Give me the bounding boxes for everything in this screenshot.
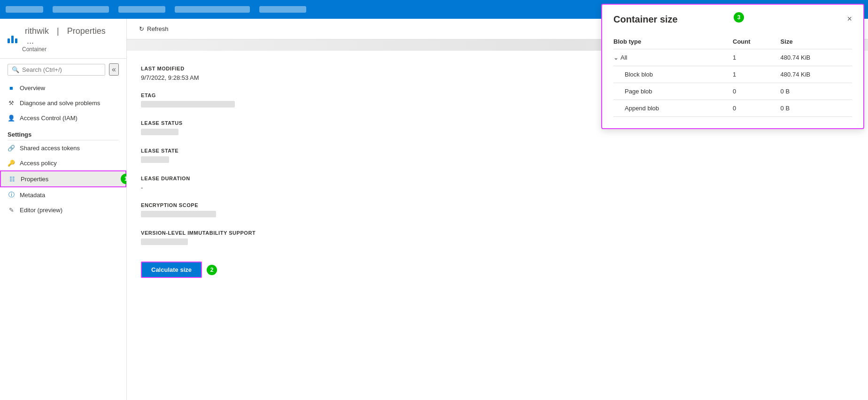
encryption-scope-placeholder — [141, 211, 216, 217]
search-icon: 🔍 — [12, 66, 19, 73]
access-policy-icon: 🔑 — [8, 159, 15, 167]
table-row: Block blob1480.74 KiB — [613, 66, 852, 83]
editor-label: Editor (preview) — [20, 207, 62, 214]
col-header-count: Count — [733, 34, 781, 49]
encryption-scope-value — [141, 211, 854, 219]
overview-label: Overview — [20, 85, 45, 92]
refresh-icon: ↻ — [139, 25, 144, 32]
table-row: Append blob00 B — [613, 100, 852, 117]
panel-close-button[interactable]: × — [847, 14, 852, 24]
lease-status-value — [141, 129, 854, 137]
properties-icon: ☷ — [8, 175, 16, 183]
table-cell-size: 0 B — [781, 100, 852, 117]
overview-icon: ■ — [8, 84, 15, 92]
calculate-size-wrapper: Calculate size 2 — [141, 262, 202, 278]
table-cell-count: 0 — [733, 83, 781, 100]
container-size-panel: Container size 3 × Blob type Count Size … — [601, 4, 864, 129]
lease-status-placeholder — [141, 129, 178, 135]
topbar-placeholder-2 — [53, 6, 109, 13]
sidebar-item-access-policy[interactable]: 🔑 Access policy — [0, 155, 126, 170]
table-row: Page blob00 B — [613, 83, 852, 100]
topbar-placeholder-4 — [175, 6, 250, 13]
refresh-button[interactable]: ↻ Refresh — [136, 23, 171, 34]
sidebar-logo — [8, 36, 17, 43]
title-group: rithwik | Properties ... Container — [22, 26, 119, 53]
search-box[interactable]: 🔍 — [8, 64, 105, 76]
version-immutability-placeholder — [141, 238, 188, 245]
lease-duration-section: LEASE DURATION - — [141, 176, 854, 191]
sidebar-item-overview[interactable]: ■ Overview — [0, 80, 126, 95]
title-separator: | — [54, 26, 62, 36]
sidebar-item-iam[interactable]: 👤 Access Control (IAM) — [0, 110, 126, 125]
topbar-placeholder-1 — [6, 6, 43, 13]
refresh-label: Refresh — [147, 25, 169, 32]
badge-1: 1 — [121, 174, 127, 184]
shared-access-icon: 🔗 — [8, 144, 15, 152]
more-button[interactable]: ... — [24, 36, 37, 46]
app-name: rithwik — [22, 26, 52, 36]
panel-header: Container size 3 × — [613, 14, 852, 25]
calculate-size-button[interactable]: Calculate size — [141, 262, 202, 278]
badge-3: 3 — [734, 12, 744, 23]
collapse-button[interactable]: « — [109, 63, 119, 76]
etag-placeholder — [141, 101, 235, 108]
table-cell-size: 480.74 KiB — [781, 49, 852, 66]
lease-state-label: LEASE STATE — [141, 148, 854, 154]
shared-access-label: Shared access tokens — [20, 145, 80, 152]
access-policy-label: Access policy — [20, 160, 57, 167]
encryption-scope-label: ENCRYPTION SCOPE — [141, 202, 854, 208]
diagnose-label: Diagnose and solve problems — [20, 100, 100, 107]
iam-label: Access Control (IAM) — [20, 115, 78, 122]
search-input[interactable] — [22, 66, 101, 73]
table-cell-size: 0 B — [781, 83, 852, 100]
app-title: rithwik | Properties ... — [22, 26, 119, 46]
table-cell-type: Block blob — [613, 66, 733, 83]
sidebar-item-diagnose[interactable]: ⚒ Diagnose and solve problems — [0, 95, 126, 110]
topbar-placeholder-5 — [259, 6, 306, 13]
iam-icon: 👤 — [8, 114, 15, 122]
sidebar-item-editor[interactable]: ✎ Editor (preview) — [0, 202, 126, 217]
properties-label: Properties — [21, 176, 48, 183]
lease-state-placeholder — [141, 156, 169, 163]
encryption-scope-section: ENCRYPTION SCOPE — [141, 202, 854, 219]
metadata-icon: ⓘ — [8, 191, 15, 199]
container-size-table: Blob type Count Size ⌄All1480.74 KiBBloc… — [613, 34, 852, 117]
sidebar-item-metadata[interactable]: ⓘ Metadata — [0, 187, 126, 202]
col-header-blob-type: Blob type — [613, 34, 733, 49]
lease-state-section: LEASE STATE — [141, 148, 854, 164]
table-cell-type: Page blob — [613, 83, 733, 100]
version-immutability-value — [141, 238, 854, 246]
settings-section-label: Settings — [0, 125, 126, 140]
app-subtitle: Container — [22, 46, 119, 53]
table-row: ⌄All1480.74 KiB — [613, 49, 852, 66]
lease-state-value — [141, 156, 854, 164]
sidebar-item-properties[interactable]: ☷ Properties 1 — [0, 170, 126, 187]
lease-duration-value: - — [141, 184, 854, 191]
version-immutability-section: VERSION-LEVEL IMMUTABILITY SUPPORT — [141, 230, 854, 246]
search-row: 🔍 « — [0, 59, 126, 80]
panel-title: Container size — [613, 14, 678, 25]
col-header-size: Size — [781, 34, 852, 49]
editor-icon: ✎ — [8, 206, 15, 214]
table-header-row: Blob type Count Size — [613, 34, 852, 49]
table-cell-size: 480.74 KiB — [781, 66, 852, 83]
logo-bar-2 — [11, 36, 14, 43]
table-cell-count: 0 — [733, 100, 781, 117]
table-cell-type: Append blob — [613, 100, 733, 117]
sidebar-app-title: rithwik | Properties ... Container — [8, 26, 119, 53]
lease-duration-label: LEASE DURATION — [141, 176, 854, 181]
badge-2: 2 — [207, 265, 217, 275]
sidebar: rithwik | Properties ... Container 🔍 « ■… — [0, 19, 127, 400]
table-cell-count: 1 — [733, 66, 781, 83]
sidebar-header: rithwik | Properties ... Container — [0, 19, 126, 59]
table-cell-count: 1 — [733, 49, 781, 66]
logo-bar-1 — [8, 38, 10, 43]
sidebar-item-shared-access[interactable]: 🔗 Shared access tokens — [0, 140, 126, 155]
version-immutability-label: VERSION-LEVEL IMMUTABILITY SUPPORT — [141, 230, 854, 236]
topbar-placeholder-3 — [118, 6, 165, 13]
page-title: Properties — [64, 26, 108, 36]
metadata-label: Metadata — [20, 192, 45, 199]
diagnose-icon: ⚒ — [8, 99, 15, 107]
logo-bar-3 — [15, 38, 17, 43]
table-cell-type: ⌄All — [613, 49, 733, 66]
